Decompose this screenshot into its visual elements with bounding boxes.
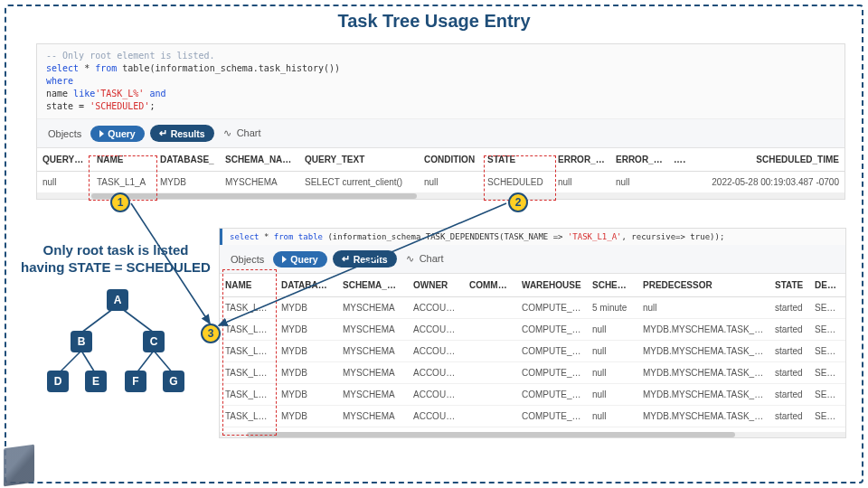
return-arrow-icon: ↵ [159,127,167,139]
play-icon [282,256,287,263]
sql-code-bottom: select * from table (information_schema.… [220,229,845,245]
table-row[interactable]: TASK_L3_FMYDBMYSCHEMAACCOUNTACOMPUTE_WHn… [220,406,845,427]
col-pred-b[interactable]: PREDECESSOR [637,274,769,297]
col-def-b[interactable]: DEFINIT [809,274,845,297]
task-tree-diagram: A B C D E F G [36,287,199,394]
col-condition[interactable]: CONDITION [419,148,482,172]
col-query-text[interactable]: QUERY_TEXT [299,148,419,172]
col-db-b[interactable]: DATABASE_N [276,274,337,297]
marker-1: 1 [110,192,130,212]
table-row[interactable]: TASK_L2_CMYDBMYSCHEMAACCOUNTACOMPUTE_WHn… [220,341,845,362]
col-more[interactable]: … [668,148,686,172]
tab-results-b[interactable]: ↵Results [333,250,397,267]
toolbar-top: Objects Query ↵Results ∿ Chart [37,119,844,148]
tree-node-d: D [47,371,69,392]
h-scrollbar-b[interactable] [220,432,845,437]
top-query-panel: -- Only root element is listed. select *… [36,43,845,200]
tab-chart-b[interactable]: ∿ Chart [402,251,448,267]
results-table-bottom: NAME DATABASE_N SCHEMA_NAME OWNER COMMEN… [220,274,845,432]
chart-icon: ∿ [223,127,234,139]
return-arrow-icon: ↵ [342,253,350,265]
h-scrollbar[interactable] [37,193,844,199]
col-comment-b[interactable]: COMMENT [464,274,516,297]
tree-node-c: C [143,331,165,352]
col-error-code[interactable]: ERROR_COD [552,148,610,172]
tree-node-f: F [125,371,146,392]
table-row[interactable]: null TASK_L1_A MYDB MYSCHEMA SELECT curr… [37,172,844,193]
col-wh-b[interactable]: WAREHOUSE [516,274,587,297]
tab-objects-b[interactable]: Objects [227,252,268,267]
col-name[interactable]: NAME [91,148,155,172]
chart-icon: ∿ [406,253,417,265]
sql-code-top: -- Only root element is listed. select *… [37,44,844,119]
toolbar-bottom: Objects Query ↵Results ∿ Chart [220,245,845,274]
table-row[interactable]: TASK_L2_BMYDBMYSCHEMAACCOUNTACOMPUTE_WHn… [220,319,845,341]
col-state-b[interactable]: STATE [769,274,809,297]
table-row[interactable]: TASK_L1_AMYDBMYSCHEMAACCOUNTACOMPUTE_WH5… [220,297,845,319]
tree-node-b: B [71,331,92,352]
bottom-query-panel: select * from table (information_schema.… [219,228,846,438]
tab-query[interactable]: Query [90,126,144,142]
col-schema[interactable]: SCHEMA_NAME [220,148,299,172]
col-state[interactable]: STATE [482,148,552,172]
tree-node-g: G [163,371,184,392]
tab-objects[interactable]: Objects [44,127,85,141]
marker-3: 3 [201,324,221,343]
tree-node-a: A [107,289,128,311]
table-row[interactable]: TASK_L3_EMYDBMYSCHEMAACCOUNTACOMPUTE_WHn… [220,384,845,406]
tab-results[interactable]: ↵Results [150,125,214,142]
tree-node-e: E [85,371,107,392]
tab-query-b[interactable]: Query [273,251,326,267]
col-schedule-b[interactable]: SCHEDULE [587,274,637,297]
col-owner-b[interactable]: OWNER [408,274,464,297]
col-error-msg[interactable]: ERROR_ME! [610,148,668,172]
col-database[interactable]: DATABASE_ [155,148,220,172]
col-scheduled-time[interactable]: SCHEDULED_TIME [686,148,844,172]
col-name-b[interactable]: NAME [220,274,276,297]
results-table-top: QUERY_ID NAME DATABASE_ SCHEMA_NAME QUER… [37,148,844,193]
table-row[interactable]: TASK_L3_DMYDBMYSCHEMAACCOUNTACOMPUTE_WHn… [220,362,845,384]
marker-2: 2 [508,192,528,212]
play-icon [99,130,104,137]
tab-chart[interactable]: ∿ Chart [220,126,265,141]
col-query-id[interactable]: QUERY_ID [37,148,91,172]
caption-text: Only root task is listed having STATE = … [20,242,212,277]
col-schema-b[interactable]: SCHEMA_NAME [337,274,408,297]
corner-decoration [4,445,34,487]
